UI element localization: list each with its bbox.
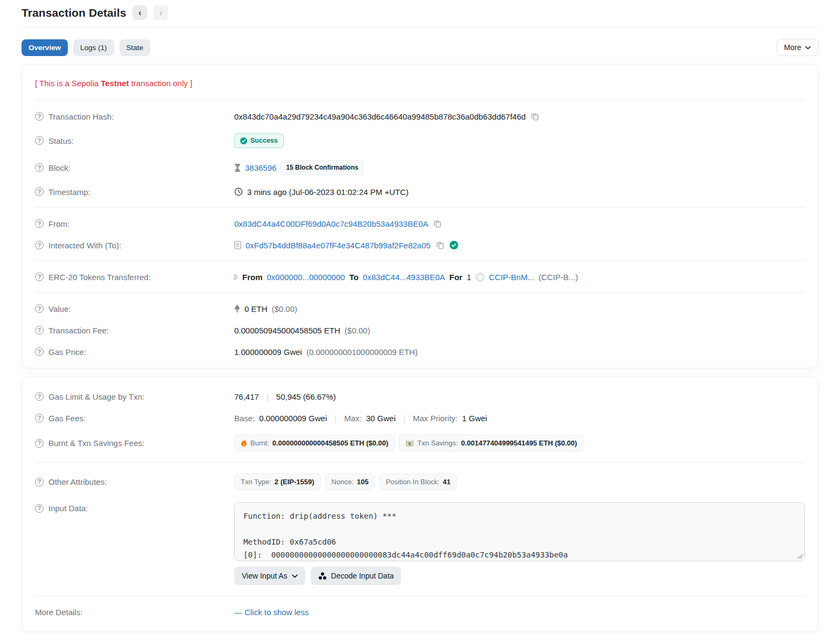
decode-input-data-button[interactable]: Decode Input Data xyxy=(311,567,402,585)
gas-fees-row: ?Gas Fees: Base: 0.000000009 Gwei | Max:… xyxy=(35,407,805,429)
position-in-block-badge: Position In Block: 41 xyxy=(379,473,457,490)
gas-price-amount: 1.000000009 Gwei xyxy=(234,347,302,357)
help-icon[interactable]: ? xyxy=(35,392,44,401)
erc20-label: ERC-20 Tokens Transferred: xyxy=(48,273,151,282)
help-icon[interactable]: ? xyxy=(35,326,44,335)
input-data-textarea[interactable]: Function: drip(address token) *** Method… xyxy=(234,502,805,561)
show-less-link[interactable]: — Click to show less xyxy=(234,608,309,617)
notice-pre: [ This is a Sepolia xyxy=(35,79,101,88)
copy-icon xyxy=(531,113,539,121)
timestamp-row: ?Timestamp: 3 mins ago (Jul-06-2023 01:0… xyxy=(35,181,805,203)
other-attributes-row: ?Other Attributes: Txn Type: 2 (EIP-1559… xyxy=(35,468,805,496)
notice-bold: Testnet xyxy=(101,79,129,88)
erc20-transfers-row: ?ERC-20 Tokens Transferred: From 0x00000… xyxy=(35,266,805,288)
txn-savings-label-text: Txn Savings: xyxy=(417,439,458,447)
chevron-down-icon xyxy=(292,574,298,578)
help-icon[interactable]: ? xyxy=(35,304,44,313)
value-label: Value: xyxy=(48,304,71,313)
page-header: Transaction Details ‹ › xyxy=(22,3,818,20)
hash-label: Transaction Hash: xyxy=(48,112,114,121)
help-icon[interactable]: ? xyxy=(35,273,44,281)
notice-post: transaction only ] xyxy=(129,79,193,88)
divider xyxy=(35,462,805,463)
transaction-hash-row: ?Transaction Hash: 0x843dc70a4a29d79234c… xyxy=(35,106,805,127)
gas-limit-label: Gas Limit & Usage by Txn: xyxy=(48,392,144,401)
copy-icon xyxy=(436,241,444,249)
divider xyxy=(35,100,805,101)
token-symbol: (CCIP-B...) xyxy=(538,273,578,282)
gas-limit-value: 76,417 xyxy=(234,392,259,401)
from-address-link[interactable]: 0x83dC44a4C00DFf69d0A0c7c94B20b53a4933BE… xyxy=(234,219,428,228)
eth-diamond-icon xyxy=(234,304,240,313)
decode-cubes-icon xyxy=(318,572,327,580)
base-fee-label: Base: xyxy=(234,414,255,423)
value-amount: 0 ETH xyxy=(244,304,268,313)
help-icon[interactable]: ? xyxy=(35,347,44,356)
block-row: ?Block: 3836596 15 Block Confirmations xyxy=(35,154,805,181)
help-icon[interactable]: ? xyxy=(35,439,44,448)
txn-savings-badge: Txn Savings: 0.001477404999541495 ETH ($… xyxy=(399,435,584,451)
burnt-savings-row: ?Burnt & Txn Savings Fees: Burnt: 0.0000… xyxy=(35,429,805,457)
more-dropdown-button[interactable]: More xyxy=(776,39,818,56)
copy-from-address-button[interactable] xyxy=(432,220,443,228)
to-address-link[interactable]: 0xFd57b4ddBf88a4e07fF4e34C487b99af2Fe82a… xyxy=(246,241,431,250)
more-label: More xyxy=(784,43,801,52)
separator: | xyxy=(263,392,272,401)
divider xyxy=(35,596,805,596)
transaction-hash-value: 0x843dc70a4a29d79234c49a904c363d6c46640a… xyxy=(234,112,526,121)
timestamp-value: 3 mins ago (Jul-06-2023 01:02:24 PM +UTC… xyxy=(247,187,409,197)
interacted-with-row: ?Interacted With (To): 0xFd57b4ddBf88a4e… xyxy=(35,234,805,256)
transaction-fee-row: ?Transaction Fee: 0.000050945000458505 E… xyxy=(35,319,805,341)
max-fee-label: Max: xyxy=(344,414,362,423)
txn-savings-value: 0.001477404999541495 ETH ($0.00) xyxy=(461,439,577,447)
header-divider xyxy=(22,27,818,27)
txn-type-badge: Txn Type: 2 (EIP-1559) xyxy=(234,473,321,490)
help-icon[interactable]: ? xyxy=(35,478,44,486)
help-icon[interactable]: ? xyxy=(35,112,44,121)
more-details-row: More Details: — Click to show less xyxy=(35,601,805,623)
fee-label: Transaction Fee: xyxy=(48,326,109,335)
overview-card: [ This is a Sepolia Testnet transaction … xyxy=(22,64,818,368)
copy-icon xyxy=(433,220,442,228)
help-icon[interactable]: ? xyxy=(35,414,44,422)
copy-to-address-button[interactable] xyxy=(435,241,445,249)
block-label: Block: xyxy=(48,163,71,172)
other-attributes-label: Other Attributes: xyxy=(48,477,107,486)
block-number-link[interactable]: 3836596 xyxy=(245,163,276,172)
help-icon[interactable]: ? xyxy=(35,136,44,145)
burnt-label-text: Burnt: xyxy=(250,439,269,447)
more-details-label: More Details: xyxy=(35,608,234,617)
tab-overview[interactable]: Overview xyxy=(22,39,68,56)
chevron-right-icon: › xyxy=(159,8,162,18)
fee-amount: 0.000050945000458505 ETH xyxy=(234,326,340,335)
help-icon[interactable]: ? xyxy=(35,219,44,228)
divider xyxy=(35,261,805,261)
max-priority-value: 1 Gwei xyxy=(462,414,487,423)
resize-handle[interactable] xyxy=(797,554,803,559)
testnet-notice: [ This is a Sepolia Testnet transaction … xyxy=(35,70,805,95)
transfer-to-word: To xyxy=(349,273,359,282)
tab-logs[interactable]: Logs (1) xyxy=(73,39,114,56)
hourglass-icon xyxy=(234,164,241,172)
input-data-label: Input Data: xyxy=(48,504,88,513)
help-icon[interactable]: ? xyxy=(35,241,44,249)
transfer-to-address-link[interactable]: 0x83dC44...4933BE0A xyxy=(363,273,445,282)
help-icon[interactable]: ? xyxy=(35,187,44,196)
next-transaction-button[interactable]: › xyxy=(153,5,168,20)
token-name-link[interactable]: CCIP-BnM... xyxy=(489,273,534,282)
gas-details-card: ?Gas Limit & Usage by Txn: 76,417 | 50,9… xyxy=(22,377,818,632)
help-icon[interactable]: ? xyxy=(35,163,44,172)
copy-hash-button[interactable] xyxy=(530,113,540,121)
help-icon[interactable]: ? xyxy=(35,504,44,513)
view-input-as-label: View Input As xyxy=(242,572,288,580)
burnt-fee-badge: Burnt: 0.000000000000458505 ETH ($0.00) xyxy=(234,435,395,451)
transfer-amount: 1 xyxy=(467,273,471,282)
view-input-as-button[interactable]: View Input As xyxy=(234,567,305,585)
prev-transaction-button[interactable]: ‹ xyxy=(132,5,147,20)
tab-state[interactable]: State xyxy=(120,39,151,56)
contract-file-icon xyxy=(234,241,241,249)
transfer-from-address-link[interactable]: 0x000000...00000000 xyxy=(267,273,345,282)
interacted-with-label: Interacted With (To): xyxy=(48,241,121,250)
transfer-from-word: From xyxy=(242,273,263,282)
transfer-for-word: For xyxy=(449,273,462,282)
